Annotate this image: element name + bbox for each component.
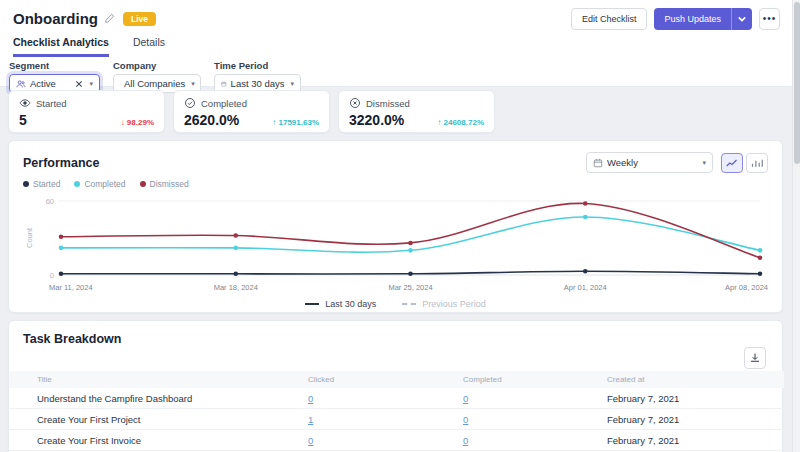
clicked-count-link[interactable]: 1 <box>308 414 313 425</box>
status-badge: Live <box>123 12 156 26</box>
company-filter-label: Company <box>113 60 201 71</box>
download-icon <box>749 352 761 364</box>
stat-value: 2620.0% <box>184 112 239 128</box>
series-legend: Started Completed Dismissed <box>23 179 768 189</box>
clear-x-icon[interactable] <box>75 80 83 88</box>
stat-label: Dismissed <box>366 98 410 109</box>
tab-bar: Checklist Analytics Details <box>0 30 792 57</box>
time-period-filter: Time Period Last 30 days ▾ <box>214 60 301 93</box>
edit-checklist-button[interactable]: Edit Checklist <box>571 8 648 30</box>
svg-text:60: 60 <box>46 197 54 206</box>
page-header: Onboarding Live Edit Checklist Push Upda… <box>0 0 792 87</box>
column-header-title: Title <box>9 375 280 384</box>
task-title-cell: Create Your First Invoice <box>9 435 280 446</box>
company-select-value: All Companies <box>124 78 185 89</box>
table-row: Create Your First Project 1 0 February 7… <box>9 409 784 430</box>
completed-count-link[interactable]: 0 <box>463 393 468 404</box>
legend-item-started[interactable]: Started <box>23 179 60 189</box>
stat-card-dismissed: Dismissed 3220.0% ↑ 24608.72% <box>338 90 495 133</box>
chevron-down-icon: ▾ <box>191 80 195 88</box>
table-row: Understand the Campfire Dashboard 0 0 Fe… <box>9 388 784 409</box>
push-updates-button[interactable]: Push Updates <box>654 8 731 30</box>
clicked-count-link[interactable]: 0 <box>308 393 313 404</box>
created-at-cell: February 7, 2021 <box>579 393 784 404</box>
legend-item-completed[interactable]: Completed <box>74 179 125 189</box>
arrow-up-icon: ↑ <box>272 118 276 127</box>
arrow-up-icon: ↑ <box>437 118 441 127</box>
svg-text:Count: Count <box>25 227 34 248</box>
scrollbar-thumb[interactable] <box>794 2 800 164</box>
stat-delta: ↑ 24608.72% <box>437 118 484 127</box>
table-header-row: Title Clicked Completed Created at <box>9 371 784 388</box>
chevron-down-icon: ▾ <box>290 80 294 88</box>
calendar-icon <box>593 158 603 168</box>
arrow-down-icon: ↓ <box>121 118 125 127</box>
performance-section: Performance Weekly ▾ Started <box>8 140 783 313</box>
task-table: Title Clicked Completed Created at Under… <box>9 371 784 451</box>
svg-text:0: 0 <box>50 271 54 280</box>
chevron-down-icon <box>738 16 746 22</box>
segment-select-value: Active <box>30 78 71 89</box>
users-icon <box>16 79 26 89</box>
onboarding-analytics-page: Onboarding Live Edit Checklist Push Upda… <box>0 0 800 452</box>
created-at-cell: February 7, 2021 <box>579 414 784 425</box>
completed-count-link[interactable]: 0 <box>463 435 468 446</box>
legend-dot <box>74 181 80 187</box>
legend-dot <box>140 181 146 187</box>
column-header-clicked: Clicked <box>280 375 435 384</box>
task-title-cell: Create Your First Project <box>9 414 280 425</box>
filters-row: Segment Active ▾ Company All Companies ▾… <box>0 57 792 93</box>
stat-card-started: Started 5 ↓ 98.29% <box>8 90 165 133</box>
title-row: Onboarding Live Edit Checklist Push Upda… <box>0 0 792 30</box>
completed-count-link[interactable]: 0 <box>463 414 468 425</box>
stat-label: Started <box>36 98 67 109</box>
pencil-icon[interactable] <box>104 13 115 24</box>
segment-filter-label: Segment <box>9 60 100 71</box>
x-circle-icon <box>349 97 361 109</box>
stat-card-completed: Completed 2620.0% ↑ 17591.63% <box>173 90 330 133</box>
download-button[interactable] <box>744 347 766 369</box>
line-chart-icon <box>726 158 738 168</box>
svg-text:Apr 08, 2024: Apr 08, 2024 <box>725 283 768 292</box>
more-options-button[interactable]: ••• <box>759 8 780 30</box>
task-breakdown-section: Task Breakdown Title Clicked Completed C… <box>8 320 783 452</box>
stat-value: 3220.0% <box>349 112 404 128</box>
period-legend: Last 30 days Previous Period <box>23 299 768 309</box>
bar-chart-toggle-button[interactable] <box>746 153 768 173</box>
stat-delta: ↑ 17591.63% <box>272 118 319 127</box>
dashed-line-swatch <box>402 303 416 305</box>
push-updates-dropdown-button[interactable] <box>731 8 752 30</box>
stat-label: Completed <box>201 98 247 109</box>
line-chart-toggle-button[interactable] <box>721 153 743 173</box>
page-title: Onboarding <box>13 10 98 27</box>
time-period-filter-label: Time Period <box>214 60 301 71</box>
clicked-count-link[interactable]: 0 <box>308 435 313 446</box>
task-breakdown-title: Task Breakdown <box>9 321 782 346</box>
column-header-completed: Completed <box>435 375 579 384</box>
stats-row: Started 5 ↓ 98.29% Completed 2620.0% ↑ 1… <box>8 90 495 133</box>
task-title-cell: Understand the Campfire Dashboard <box>9 393 280 404</box>
legend-item-dismissed[interactable]: Dismissed <box>140 179 189 189</box>
chevron-down-icon: ▾ <box>702 159 706 167</box>
tab-details[interactable]: Details <box>133 36 165 57</box>
chevron-down-icon: ▾ <box>89 80 93 88</box>
check-circle-icon <box>184 97 196 109</box>
segment-filter: Segment Active ▾ <box>9 60 100 93</box>
calendar-icon <box>221 79 227 89</box>
vertical-scrollbar[interactable] <box>792 0 800 452</box>
chart-type-toggle-group <box>721 153 768 173</box>
table-row: Create Your First Invoice 0 0 February 7… <box>9 430 784 451</box>
svg-text:Apr 01, 2024: Apr 01, 2024 <box>564 283 607 292</box>
legend-dot <box>23 181 29 187</box>
frequency-select[interactable]: Weekly ▾ <box>586 152 713 173</box>
created-at-cell: February 7, 2021 <box>579 435 784 446</box>
performance-chart[interactable]: 060CountMar 11, 2024Mar 18, 2024Mar 25, … <box>23 191 770 297</box>
svg-text:Mar 25, 2024: Mar 25, 2024 <box>388 283 432 292</box>
eye-icon <box>19 97 31 109</box>
column-header-created-at: Created at <box>579 375 784 384</box>
time-period-select-value: Last 30 days <box>231 78 285 89</box>
svg-text:Mar 11, 2024: Mar 11, 2024 <box>49 283 93 292</box>
tab-checklist-analytics[interactable]: Checklist Analytics <box>13 36 109 57</box>
legend-item-last-30-days[interactable]: Last 30 days <box>305 299 376 309</box>
legend-item-previous-period[interactable]: Previous Period <box>402 299 486 309</box>
